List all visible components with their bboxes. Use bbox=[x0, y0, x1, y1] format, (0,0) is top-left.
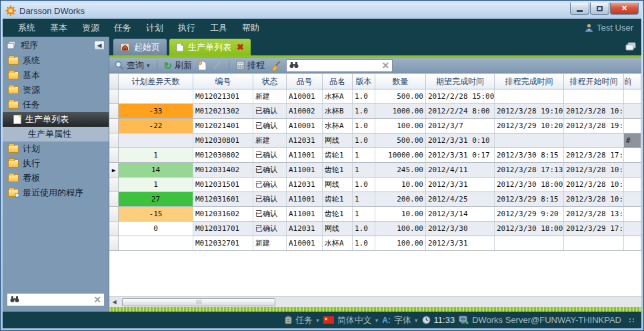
query-dropdown-icon[interactable]: ▾ bbox=[147, 62, 150, 69]
cell-schedStart[interactable]: 2012/3/28 17:13 bbox=[564, 148, 624, 162]
cell-ver[interactable]: 1.0 bbox=[353, 178, 375, 192]
row-selector[interactable] bbox=[109, 178, 119, 192]
cell-pname[interactable]: 水杯B bbox=[323, 104, 353, 118]
cell-schedStart[interactable]: 2012/3/28 10:52 bbox=[564, 104, 624, 118]
cell-pname[interactable]: 水杯A bbox=[323, 89, 353, 103]
cell-schedEnd[interactable]: 2012/3/29 8:15 bbox=[495, 192, 564, 206]
cell-schedStart[interactable]: 2012/3/28 10:52 bbox=[564, 192, 624, 206]
cell-no[interactable]: M012021302 bbox=[193, 104, 253, 118]
cell-schedEnd[interactable]: 2012/3/30 18:00 bbox=[495, 178, 564, 192]
cell-pname[interactable]: 齿轮1 bbox=[323, 148, 353, 162]
row-selector[interactable] bbox=[109, 148, 119, 162]
statusbar-font[interactable]: A: 字体 ▾ bbox=[382, 314, 417, 326]
sidebar-item[interactable]: 看板 bbox=[3, 171, 109, 186]
menu-item[interactable]: 计划 bbox=[146, 22, 163, 34]
cell-pno[interactable]: A11001 bbox=[287, 163, 323, 177]
cell-status[interactable]: 已确认 bbox=[253, 104, 287, 118]
row-selector[interactable] bbox=[109, 192, 119, 206]
cell-schedStart[interactable]: 2012/3/28 13:40 bbox=[564, 207, 624, 221]
cell-schedStart[interactable]: 2012/3/28 19:10 bbox=[564, 119, 624, 133]
cell-ver[interactable]: 1 bbox=[353, 207, 375, 221]
cell-ver[interactable]: 1.0 bbox=[353, 236, 375, 250]
toolbar-search-input[interactable] bbox=[301, 61, 379, 70]
cell-status[interactable]: 已确认 bbox=[253, 222, 287, 236]
cell-pname[interactable]: 齿轮1 bbox=[323, 192, 353, 206]
minimize-button[interactable] bbox=[570, 3, 589, 15]
table-row[interactable]: 1M012030802已确认A11001齿轮1110000.002012/3/3… bbox=[109, 148, 641, 163]
cell-expected[interactable]: 2012/3/31 bbox=[426, 178, 495, 192]
cell-no[interactable]: M012031701 bbox=[193, 222, 253, 236]
statusbar-language[interactable]: 简体中文 ▾ bbox=[323, 314, 379, 326]
edit-button[interactable] bbox=[211, 61, 223, 70]
cell-ver[interactable]: 1.0 bbox=[353, 222, 375, 236]
cell-schedStart[interactable] bbox=[564, 89, 624, 103]
cell-schedEnd[interactable]: 2012/3/30 18:00 bbox=[495, 222, 564, 236]
cell-pno[interactable]: A11001 bbox=[287, 207, 323, 221]
cell-no[interactable]: M012031601 bbox=[193, 192, 253, 206]
cell-status[interactable]: 已确认 bbox=[253, 119, 287, 133]
cell-no[interactable]: M012021401 bbox=[193, 119, 253, 133]
scrollbar-thumb[interactable] bbox=[122, 298, 275, 306]
cell-qty[interactable]: 100.00 bbox=[375, 119, 426, 133]
cell-ver[interactable]: 1.0 bbox=[353, 119, 375, 133]
cell-extra[interactable] bbox=[624, 178, 641, 192]
current-row-indicator[interactable]: ▶ bbox=[109, 163, 119, 177]
clear-button[interactable] bbox=[269, 61, 283, 71]
cell-pno[interactable]: A10001 bbox=[287, 89, 323, 103]
sidebar-item[interactable]: 计划 bbox=[3, 141, 109, 156]
cell-expected[interactable]: 2012/3/30 bbox=[426, 222, 495, 236]
cell-diff[interactable]: 0 bbox=[119, 222, 193, 236]
column-header[interactable]: 品号 bbox=[287, 74, 323, 89]
cell-no[interactable]: M012031602 bbox=[193, 207, 253, 221]
row-selector[interactable] bbox=[109, 104, 119, 118]
cell-pname[interactable]: 网线 bbox=[323, 178, 353, 192]
table-row[interactable]: M012021301新建A10001水杯A1.0500.002012/2/28 … bbox=[109, 89, 641, 104]
sidebar-item[interactable]: 任务 bbox=[3, 97, 109, 112]
cell-pname[interactable]: 水杯A bbox=[323, 236, 353, 250]
sidebar-search-input[interactable] bbox=[22, 295, 91, 304]
cell-expected[interactable]: 2012/3/31 bbox=[426, 236, 495, 250]
row-selector[interactable] bbox=[109, 119, 119, 133]
cell-schedStart[interactable] bbox=[564, 133, 624, 147]
column-header[interactable]: 状态 bbox=[253, 74, 287, 89]
cell-no[interactable]: M012032701 bbox=[193, 236, 253, 250]
cell-status[interactable]: 已确认 bbox=[253, 178, 287, 192]
cell-pno[interactable]: A10002 bbox=[287, 104, 323, 118]
tab-active[interactable]: 生产单列表✖ bbox=[169, 39, 251, 55]
cell-no[interactable]: M012030801 bbox=[193, 133, 253, 147]
cell-pname[interactable]: 水杯A bbox=[323, 119, 353, 133]
row-selector[interactable] bbox=[109, 222, 119, 236]
cell-no[interactable]: M012030802 bbox=[193, 148, 253, 162]
cell-qty[interactable]: 1000.00 bbox=[375, 104, 426, 118]
table-row[interactable]: M012030801新建A12031网线1.0500.002012/3/31 0… bbox=[109, 133, 641, 148]
cell-pno[interactable]: A12031 bbox=[287, 222, 323, 236]
cell-schedEnd[interactable] bbox=[495, 133, 564, 147]
schedule-button[interactable]: 排程 bbox=[235, 59, 266, 71]
cell-ver[interactable]: 1 bbox=[353, 192, 375, 206]
cell-diff[interactable] bbox=[119, 89, 193, 103]
sidebar-item[interactable]: 基本 bbox=[3, 68, 109, 83]
cell-qty[interactable]: 100.00 bbox=[375, 222, 426, 236]
cell-diff[interactable] bbox=[119, 236, 193, 250]
cell-schedStart[interactable]: 2012/3/29 17:46 bbox=[564, 222, 624, 236]
cell-diff[interactable]: 1 bbox=[119, 178, 193, 192]
table-row[interactable]: ▶14M012031402已确认A11001齿轮11245.002012/4/1… bbox=[109, 163, 641, 178]
query-button[interactable]: 查询 ▾ bbox=[113, 59, 151, 71]
cell-pno[interactable]: A11001 bbox=[287, 148, 323, 162]
row-selector[interactable] bbox=[109, 89, 119, 103]
cell-status[interactable]: 新建 bbox=[253, 133, 287, 147]
cell-expected[interactable]: 2012/2/28 15:00 bbox=[426, 89, 495, 103]
cell-extra[interactable] bbox=[624, 89, 641, 103]
table-row[interactable]: 0M012031701已确认A12031网线1.0100.002012/3/30… bbox=[109, 222, 641, 236]
column-header[interactable]: 排程开始时间 bbox=[564, 74, 624, 89]
sidebar-search-clear-icon[interactable]: ✕ bbox=[93, 295, 101, 304]
cell-pname[interactable]: 网线 bbox=[323, 133, 353, 147]
cell-schedEnd[interactable]: 2012/3/30 8:15 bbox=[495, 148, 564, 162]
table-row[interactable]: -33M012021302已确认A10002水杯B1.01000.002012/… bbox=[109, 104, 641, 119]
sidebar-item[interactable]: 生产单属性 bbox=[3, 127, 109, 141]
cell-extra[interactable] bbox=[624, 207, 641, 221]
tab-close-icon[interactable]: ✖ bbox=[237, 42, 244, 52]
statusbar-task-menu[interactable]: 任务 ▾ bbox=[285, 314, 319, 326]
cell-qty[interactable]: 245.00 bbox=[375, 163, 426, 177]
cell-extra[interactable] bbox=[624, 236, 641, 250]
